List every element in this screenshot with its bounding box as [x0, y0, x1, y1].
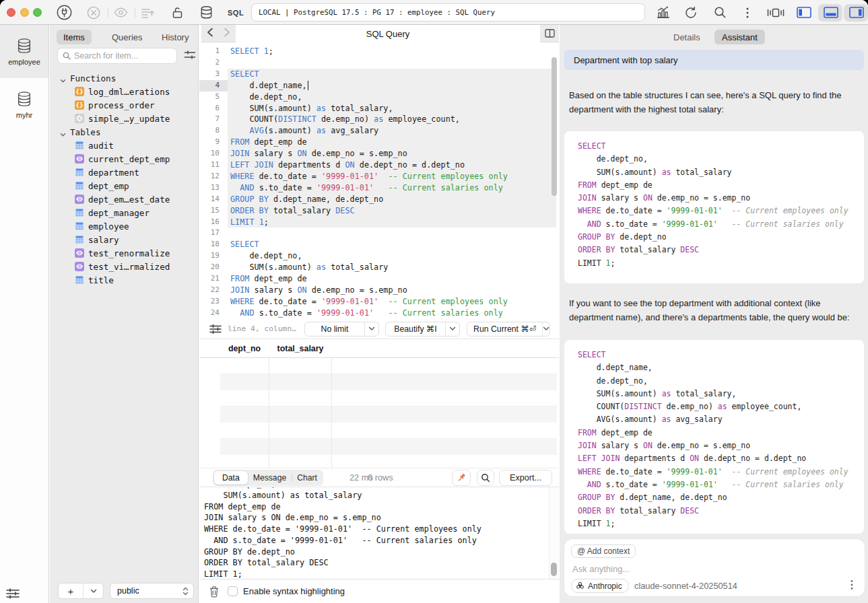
search-results-button[interactable] — [477, 470, 494, 486]
log-icon[interactable] — [139, 0, 156, 25]
sidebar-search-input[interactable]: Search for item... — [57, 48, 177, 64]
tree-item-current_dept_emp[interactable]: current_dept_emp — [50, 152, 199, 166]
chart-icon[interactable] — [654, 0, 671, 25]
connection-title-field[interactable]: LOCAL | PostgreSQL 17.5 : PG 17 : employ… — [251, 3, 645, 22]
window-close-button[interactable] — [7, 8, 15, 17]
message-scrollbar-thumb[interactable] — [551, 563, 557, 576]
tab-queries[interactable]: Queries — [105, 30, 149, 44]
conversation-title[interactable]: Department with top salary — [564, 50, 864, 70]
empty-grid-row[interactable] — [220, 439, 557, 455]
editor-scrollbar[interactable] — [552, 57, 557, 196]
tree-item-department[interactable]: department — [50, 166, 199, 179]
assistant-more-icon[interactable] — [847, 578, 857, 594]
beautify-label: Beautify ⌘I — [386, 324, 445, 334]
editor-settings-icon[interactable] — [209, 324, 222, 337]
run-current-dropdown[interactable]: Run Current ⌘⏎ — [467, 322, 550, 336]
toggle-left-panel-icon[interactable] — [796, 0, 812, 25]
assistant-code-block-2[interactable]: SELECT d.dept_name, de.dept_no, SUM(s.am… — [564, 340, 864, 534]
syntax-highlighting-label: Enable syntax highlighting — [243, 586, 345, 596]
beautify-dropdown[interactable]: Beautify ⌘I — [385, 322, 460, 336]
tree-item-label: title — [88, 275, 114, 285]
tree-item-employee[interactable]: employee — [50, 219, 199, 233]
tree-section-tables[interactable]: Tables — [50, 125, 199, 139]
tab-message[interactable]: Message — [248, 471, 292, 485]
column-header-dept-no[interactable]: dept_no — [220, 339, 269, 358]
filter-icon[interactable] — [184, 50, 197, 62]
focus-mode-icon[interactable] — [766, 0, 786, 25]
sql-editor[interactable]: 1SELECT 1;23SELECT4 d.dept_name,5 de.dep… — [199, 42, 559, 319]
tree-item-audit[interactable]: audit — [50, 139, 199, 152]
tree-item-log_dmlerations[interactable]: {}log_dml…erations — [50, 85, 199, 98]
assistant-input-box[interactable]: @ Add context Ask anything... Anthropic … — [564, 539, 865, 596]
window-minimize-button[interactable] — [20, 8, 29, 17]
provider-selector[interactable]: Anthropic — [571, 579, 629, 593]
add-context-label: @ Add context — [577, 546, 630, 556]
export-button[interactable]: Export... — [499, 470, 552, 486]
schema-select-value: public — [117, 586, 139, 596]
connection-icon[interactable] — [55, 0, 73, 25]
tree-item-title[interactable]: title — [50, 273, 199, 287]
editor-line-17: 17 — [199, 227, 559, 239]
message-panel[interactable]: SELECT de.dept_no, SUM(s.amount) as tota… — [199, 487, 559, 579]
search-icon[interactable] — [711, 0, 729, 25]
window-zoom-button[interactable] — [33, 8, 42, 17]
line-number: 1 — [199, 46, 220, 57]
tab-history[interactable]: History — [155, 30, 195, 44]
code-text: LEFT JOIN departments d ON de.dept_no = … — [230, 159, 465, 171]
connection-employee[interactable]: employee — [0, 25, 48, 78]
tab-assistant[interactable]: Assistant — [714, 30, 765, 44]
syntax-highlighting-checkbox[interactable] — [228, 586, 238, 596]
tree-item-test_virmalized[interactable]: test_vi…rmalized — [50, 260, 199, 273]
empty-grid-row[interactable] — [220, 390, 557, 406]
add-item-button[interactable]: + — [58, 583, 104, 599]
nav-back-icon[interactable] — [207, 28, 213, 40]
app-window: SQL LOCAL | PostgreSQL 17.5 : PG 17 : em… — [0, 0, 868, 603]
toggle-right-panel-icon[interactable] — [848, 0, 865, 25]
function-icon: {} — [75, 100, 84, 110]
nav-forward-icon[interactable] — [224, 28, 230, 40]
table-icon — [75, 235, 84, 244]
tab-details[interactable]: Details — [666, 30, 708, 44]
tree-section-functions[interactable]: Functions — [50, 71, 199, 85]
empty-grid-row[interactable] — [220, 374, 557, 390]
empty-grid-row[interactable] — [220, 423, 557, 439]
tab-data[interactable]: Data — [214, 471, 248, 485]
pin-icon — [457, 472, 467, 483]
more-menu-icon[interactable] — [739, 0, 756, 25]
trash-icon[interactable] — [209, 586, 220, 600]
schema-select[interactable]: public — [110, 583, 194, 599]
assistant-paragraph: Based on the table structures I can see,… — [569, 89, 860, 116]
refresh-icon[interactable] — [682, 0, 700, 25]
add-context-button[interactable]: @ Add context — [571, 544, 636, 558]
limit-dropdown[interactable]: No limit — [304, 322, 379, 336]
line-number: 13 — [199, 182, 220, 194]
tree-item-dept_manager[interactable]: dept_manager — [50, 206, 199, 219]
plus-icon[interactable]: + — [59, 583, 84, 598]
tree-item-dept_emest_date[interactable]: dept_em…est_date — [50, 192, 199, 206]
toggle-bottom-panel-icon[interactable] — [823, 0, 839, 25]
tab-items[interactable]: Items — [57, 30, 92, 44]
connection-myhr[interactable]: myhr — [0, 78, 48, 131]
disconnect-icon[interactable] — [86, 0, 102, 25]
eye-icon[interactable] — [112, 0, 129, 25]
tree-item-simple_y_update[interactable]: simple_…y_update — [50, 112, 199, 125]
line-number: 22 — [199, 285, 220, 296]
pin-button[interactable] — [452, 470, 471, 486]
tab-sql-query[interactable]: SQL Query — [236, 25, 540, 42]
add-dropdown-chevron[interactable] — [84, 583, 103, 598]
database-icon[interactable] — [197, 0, 215, 25]
lock-icon[interactable] — [169, 0, 185, 25]
tree-item-test_renormalize[interactable]: test_renormalize — [50, 246, 199, 260]
empty-grid-row[interactable] — [220, 406, 557, 423]
tab-chart[interactable]: Chart — [292, 471, 322, 485]
empty-grid-row[interactable] — [220, 358, 557, 374]
tree-item-salary[interactable]: salary — [50, 233, 199, 246]
settings-sliders-icon[interactable] — [5, 587, 20, 600]
tree-item-dept_emp[interactable]: dept_emp — [50, 179, 199, 192]
column-header-total-salary[interactable]: total_salary — [269, 339, 331, 358]
tree-item-process_order[interactable]: {}process_order — [50, 98, 199, 112]
results-toolbar: Data Message Chart 22 ms 0 rows — [199, 468, 559, 487]
assistant-code-block-1[interactable]: SELECT de.dept_no, SUM(s.amount) as tota… — [564, 131, 864, 283]
results-grid[interactable]: dept_no total_salary — [199, 339, 559, 468]
split-editor-icon[interactable] — [540, 25, 559, 42]
